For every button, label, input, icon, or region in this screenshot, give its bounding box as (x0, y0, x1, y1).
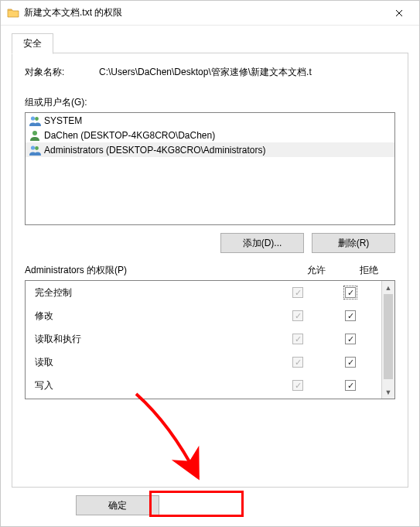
ok-button[interactable]: 确定 (76, 495, 159, 515)
titlebar: 新建文本文档.txt 的权限 (1, 1, 419, 26)
allow-checkbox (292, 380, 303, 391)
close-icon (395, 9, 403, 17)
permission-row: 读取 (26, 351, 381, 374)
svg-point-3 (31, 145, 35, 149)
window-title: 新建文本文档.txt 的权限 (24, 6, 382, 19)
deny-checkbox[interactable] (345, 357, 356, 368)
svg-point-1 (35, 117, 39, 121)
folder-icon (7, 7, 19, 19)
permissions-dialog: 新建文本文档.txt 的权限 安全 对象名称: C:\Users\DaChen\… (0, 0, 420, 527)
user-icon (29, 129, 41, 142)
groups-label: 组或用户名(G): (25, 96, 395, 109)
permissions-header: Administrators 的权限(P) 允许 拒绝 (25, 264, 395, 277)
permission-name: 完全控制 (35, 286, 270, 299)
permission-name: 读取和执行 (35, 333, 270, 346)
permissions-list: 完全控制修改读取和执行读取写入 (26, 281, 381, 399)
scrollbar[interactable]: ▲ ▼ (381, 281, 394, 399)
list-item[interactable]: SYSTEM (26, 113, 394, 128)
allow-checkbox (292, 287, 303, 298)
footer: 确定 (12, 488, 408, 515)
allow-checkbox (292, 334, 303, 344)
allow-col-header: 允许 (290, 264, 343, 277)
scroll-up-icon[interactable]: ▲ (382, 281, 394, 294)
svg-point-4 (35, 146, 39, 150)
permission-name: 写入 (35, 379, 270, 392)
list-item-label: Administrators (DESKTOP-4KG8CRO\Administ… (44, 145, 266, 156)
permission-row: 修改 (26, 304, 381, 327)
permission-row: 写入 (26, 374, 381, 397)
permission-row: 完全控制 (26, 281, 381, 304)
scroll-thumb[interactable] (384, 294, 393, 379)
scroll-down-icon[interactable]: ▼ (382, 385, 394, 399)
client-area: 安全 对象名称: C:\Users\DaChen\Desktop\管家速修\新建… (1, 26, 419, 526)
list-item[interactable]: Administrators (DESKTOP-4KG8CRO\Administ… (26, 142, 394, 157)
object-label: 对象名称: (25, 66, 99, 79)
permission-name: 修改 (35, 310, 270, 323)
svg-point-0 (31, 116, 35, 120)
annotation-arrow (128, 386, 221, 494)
permissions-box: 完全控制修改读取和执行读取写入 ▲ ▼ (25, 280, 395, 399)
remove-button[interactable]: 删除(R) (312, 233, 395, 253)
allow-checkbox (292, 310, 303, 321)
group-buttons: 添加(D)... 删除(R) (25, 233, 395, 253)
deny-checkbox[interactable] (345, 334, 356, 344)
scroll-track[interactable] (382, 294, 394, 385)
ok-highlight-box (149, 491, 244, 517)
object-path: C:\Users\DaChen\Desktop\管家速修\新建文本文档.t (99, 66, 395, 79)
group-icon (29, 144, 41, 156)
tab-panel: 对象名称: C:\Users\DaChen\Desktop\管家速修\新建文本文… (12, 53, 408, 488)
list-item-label: SYSTEM (44, 115, 82, 126)
group-icon (29, 115, 41, 127)
svg-point-2 (32, 131, 37, 135)
list-item-label: DaChen (DESKTOP-4KG8CRO\DaChen) (44, 130, 215, 141)
deny-col-header: 拒绝 (343, 264, 395, 277)
permission-row: 读取和执行 (26, 327, 381, 351)
deny-checkbox[interactable] (345, 287, 356, 298)
close-button[interactable] (382, 2, 416, 25)
object-row: 对象名称: C:\Users\DaChen\Desktop\管家速修\新建文本文… (25, 66, 395, 79)
deny-checkbox[interactable] (345, 380, 356, 391)
add-button[interactable]: 添加(D)... (220, 233, 304, 253)
permission-name: 读取 (35, 356, 270, 369)
deny-checkbox[interactable] (345, 310, 356, 321)
tab-strip: 安全 (12, 33, 408, 53)
groups-listbox[interactable]: SYSTEMDaChen (DESKTOP-4KG8CRO\DaChen)Adm… (25, 112, 395, 225)
tab-security[interactable]: 安全 (12, 33, 53, 54)
allow-checkbox (292, 357, 303, 368)
list-item[interactable]: DaChen (DESKTOP-4KG8CRO\DaChen) (26, 128, 394, 142)
permissions-title: Administrators 的权限(P) (25, 264, 290, 277)
